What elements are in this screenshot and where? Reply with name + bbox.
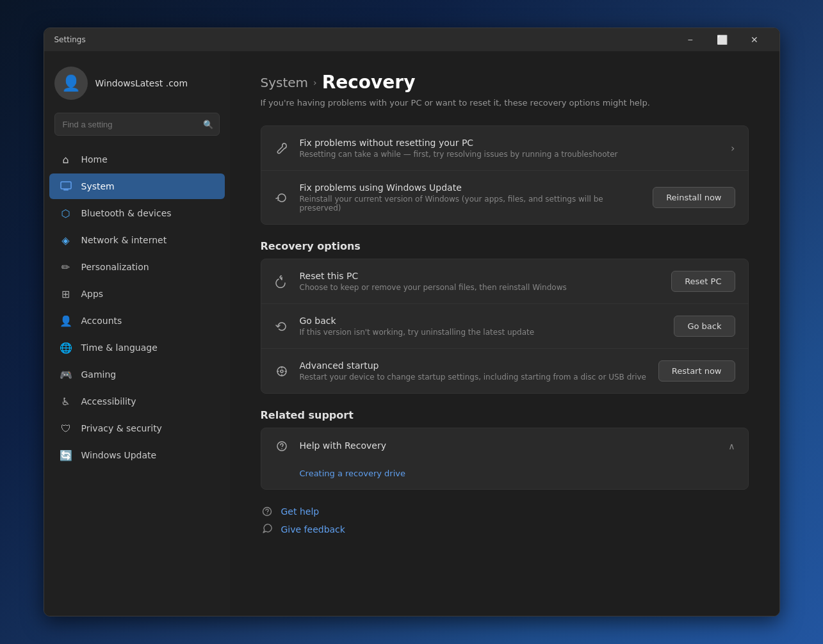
get-help-icon [261,505,273,518]
svg-point-11 [266,513,267,514]
go-back-icon [274,319,289,334]
network-icon: ◈ [60,234,72,246]
bottom-links: Get help Give feedback [261,505,749,536]
search-icon: 🔍 [203,120,213,129]
sidebar-item-time[interactable]: 🌐 Time & language [49,335,225,360]
accessibility-icon: ♿ [60,395,72,408]
advanced-startup-action: Restart now [658,360,735,382]
fix-using-update-action: Reinstall now [653,187,735,208]
help-with-recovery-header[interactable]: Help with Recovery ∧ [261,428,748,464]
fix-using-update-subtitle: Reinstall your current version of Window… [300,195,643,213]
give-feedback-label: Give feedback [281,524,345,535]
sidebar-item-label: Home [81,154,108,165]
reset-pc-action: Reset PC [671,271,735,292]
reinstall-now-button[interactable]: Reinstall now [653,187,735,208]
refresh-icon [274,190,289,205]
maximize-button[interactable]: ⬜ [708,29,737,50]
svg-point-9 [281,448,282,449]
go-back-title: Go back [300,316,664,326]
close-button[interactable]: ✕ [740,29,769,50]
svg-rect-0 [61,182,71,189]
svg-rect-1 [63,189,69,191]
system-icon [60,180,72,193]
go-back-button[interactable]: Go back [674,316,735,337]
svg-point-10 [263,508,271,516]
main-content: System › Recovery If you're having probl… [230,51,779,616]
apps-icon: ⊞ [60,287,72,300]
breadcrumb: System › Recovery [261,72,749,93]
breadcrumb-system: System [261,75,309,90]
advanced-startup-item: Advanced startup Restart your device to … [261,348,748,393]
sidebar-item-accessibility[interactable]: ♿ Accessibility [49,389,225,414]
reset-pc-subtitle: Choose to keep or remove your personal f… [300,283,662,292]
home-icon: ⌂ [60,153,72,166]
get-help-label: Get help [281,506,320,517]
minimize-button[interactable]: − [676,29,705,50]
fix-using-update-title: Fix problems using Windows Update [300,182,643,193]
time-icon: 🌐 [60,341,72,354]
chevron-up-icon: ∧ [728,441,735,451]
sidebar-item-label: Windows Update [81,450,157,460]
go-back-item: Go back If this version isn't working, t… [261,303,748,348]
fix-without-reset-item[interactable]: Fix problems without resetting your PC R… [261,126,748,170]
sidebar-item-label: Accounts [81,316,122,326]
sidebar-item-windows-update[interactable]: 🔄 Windows Update [49,442,225,468]
avatar: 👤 [54,67,88,100]
sidebar-item-privacy[interactable]: 🛡 Privacy & security [49,415,225,441]
sidebar-item-label: Apps [81,289,104,299]
go-back-subtitle: If this version isn't working, try unins… [300,328,664,337]
sidebar-item-accounts[interactable]: 👤 Accounts [49,308,225,334]
svg-point-3 [281,370,283,373]
fix-problems-card: Fix problems without resetting your PC R… [261,125,749,225]
titlebar: Settings − ⬜ ✕ [44,28,779,51]
sidebar-item-home[interactable]: ⌂ Home [49,147,225,172]
personalization-icon: ✏ [60,261,72,273]
sidebar-item-system[interactable]: System [49,173,225,199]
related-support-card: Help with Recovery ∧ Creating a recovery… [261,428,749,490]
sidebar-item-label: Privacy & security [81,423,162,433]
page-description: If you're having problems with your PC o… [261,98,749,108]
search-box: 🔍 [54,113,220,136]
help-with-recovery-label: Help with Recovery [300,440,386,451]
sidebar: 👤 WindowsLatest .com 🔍 ⌂ Home Sys [44,51,230,616]
sidebar-item-label: Personalization [81,262,149,272]
restart-now-button[interactable]: Restart now [658,360,735,382]
feedback-icon [261,523,273,536]
accounts-icon: 👤 [60,314,72,327]
sidebar-item-bluetooth[interactable]: ⬡ Bluetooth & devices [49,200,225,226]
fix-using-update-item: Fix problems using Windows Update Reinst… [261,170,748,224]
sidebar-item-gaming[interactable]: 🎮 Gaming [49,362,225,387]
fix-without-reset-action: › [731,142,735,154]
advanced-startup-text: Advanced startup Restart your device to … [300,360,648,382]
wrench-icon [274,141,289,156]
get-help-link[interactable]: Get help [261,505,749,518]
sidebar-item-apps[interactable]: ⊞ Apps [49,281,225,307]
privacy-icon: 🛡 [60,422,72,435]
help-icon [274,439,289,454]
reset-pc-title: Reset this PC [300,271,662,281]
go-back-action: Go back [674,316,735,337]
go-back-text: Go back If this version isn't working, t… [300,316,664,337]
sidebar-item-personalization[interactable]: ✏ Personalization [49,254,225,280]
breadcrumb-current: Recovery [322,72,416,93]
sidebar-item-network[interactable]: ◈ Network & internet [49,227,225,253]
reset-icon [274,274,289,289]
sidebar-item-label: Time & language [81,342,158,353]
breadcrumb-separator: › [313,77,317,88]
recovery-drive-link[interactable]: Creating a recovery drive [300,469,405,478]
user-name: WindowsLatest .com [95,78,188,88]
titlebar-title: Settings [54,35,86,44]
titlebar-controls: − ⬜ ✕ [676,29,769,50]
sidebar-item-label: Accessibility [81,396,136,407]
give-feedback-link[interactable]: Give feedback [261,523,749,536]
related-support-title: Related support [261,409,749,421]
support-content: Creating a recovery drive [261,464,748,489]
recovery-options-card: Reset this PC Choose to keep or remove y… [261,259,749,394]
reset-pc-button[interactable]: Reset PC [671,271,735,292]
user-profile: 👤 WindowsLatest .com [44,61,230,113]
sidebar-item-label: System [81,181,115,191]
chevron-right-icon: › [731,142,735,154]
advanced-startup-title: Advanced startup [300,360,648,371]
search-input[interactable] [54,113,220,136]
fix-without-reset-text: Fix problems without resetting your PC R… [300,138,721,159]
